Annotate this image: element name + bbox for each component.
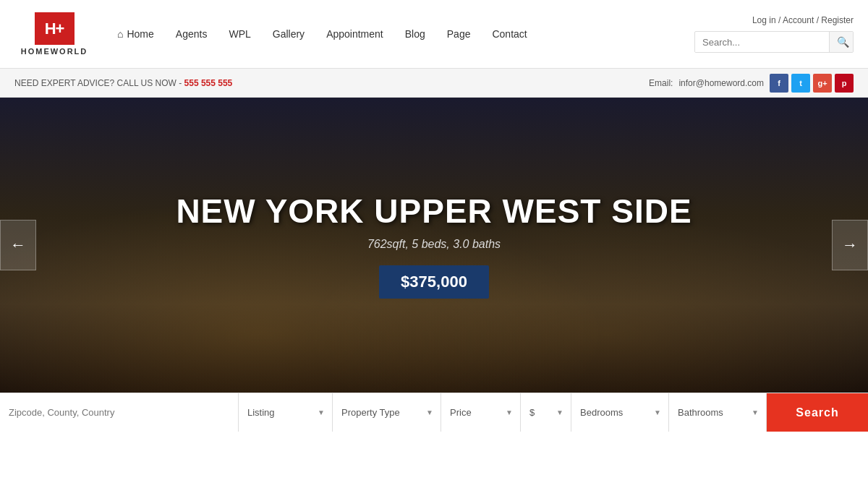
listing-field: Listing For Sale For Rent ▼ xyxy=(239,393,333,432)
hero-subtitle: 762sqft, 5 beds, 3.0 baths xyxy=(176,238,692,251)
home-icon: ⌂ xyxy=(117,28,123,40)
account-link[interactable]: Account xyxy=(783,15,814,25)
header-search-bar: 🔍 xyxy=(694,31,854,53)
logo[interactable]: H+ HOMEWORLD xyxy=(14,7,94,61)
bedrooms-field: Bedrooms 1 2 3 4 5+ ▼ xyxy=(571,393,669,432)
googleplus-icon[interactable]: g+ xyxy=(813,74,832,93)
arrow-right-icon: → xyxy=(842,236,858,254)
hero-content: NEW YORK UPPER WEST SIDE 762sqft, 5 beds… xyxy=(176,192,692,299)
hero-next-button[interactable]: → xyxy=(832,220,868,270)
nav-agents[interactable]: Agents xyxy=(167,22,216,46)
twitter-icon[interactable]: t xyxy=(791,74,810,93)
nav-home-label: Home xyxy=(127,28,153,40)
header-search-input[interactable] xyxy=(695,33,829,52)
price-field: Price Min Price Max Price ▼ xyxy=(441,393,521,432)
main-nav: ⌂ Home Agents WPL Gallery Appointment Bl… xyxy=(109,22,665,46)
arrow-left-icon: ← xyxy=(10,236,26,254)
nav-appointment-label: Appointment xyxy=(326,28,383,40)
location-field xyxy=(0,393,239,432)
register-link[interactable]: Register xyxy=(821,15,854,25)
hero-prev-button[interactable]: ← xyxy=(0,220,36,270)
info-bar: NEED EXPERT ADVICE? CALL US NOW - 555 55… xyxy=(0,69,868,98)
top-right-area: Log in / Account / Register 🔍 xyxy=(665,15,854,53)
pinterest-icon[interactable]: p xyxy=(835,74,854,93)
nav-page[interactable]: Page xyxy=(438,22,480,46)
nav-gallery-label: Gallery xyxy=(273,28,305,40)
top-navigation: H+ HOMEWORLD ⌂ Home Agents WPL Gallery A… xyxy=(0,0,868,69)
logo-icon: H+ xyxy=(35,12,75,45)
nav-appointment[interactable]: Appointment xyxy=(318,22,392,46)
phone-number[interactable]: 555 555 555 xyxy=(184,78,233,88)
nav-home[interactable]: ⌂ Home xyxy=(109,22,163,46)
bedrooms-chevron-icon: ▼ xyxy=(654,408,661,416)
nav-contact-label: Contact xyxy=(492,28,527,40)
hero-price[interactable]: $375,000 xyxy=(379,265,489,299)
bedrooms-select[interactable]: Bedrooms 1 2 3 4 5+ xyxy=(580,393,638,432)
header-search-button[interactable]: 🔍 xyxy=(829,32,854,52)
nav-blog[interactable]: Blog xyxy=(396,22,434,46)
nav-contact[interactable]: Contact xyxy=(483,22,535,46)
login-link[interactable]: Log in xyxy=(752,15,776,25)
property-type-chevron-icon: ▼ xyxy=(426,408,433,416)
currency-field: $ € £ ▼ xyxy=(521,393,571,432)
property-type-select[interactable]: Property Type House Apartment Condo Comm… xyxy=(341,393,414,432)
bathrooms-chevron-icon: ▼ xyxy=(752,408,759,416)
listing-select[interactable]: Listing For Sale For Rent xyxy=(247,393,299,432)
facebook-icon[interactable]: f xyxy=(770,74,788,93)
nav-wpl-label: WPL xyxy=(229,28,250,40)
currency-chevron-icon: ▼ xyxy=(556,408,563,416)
bathrooms-field: Bathrooms 1 2 3 4+ ▼ xyxy=(669,393,767,432)
location-input[interactable] xyxy=(9,393,229,432)
price-chevron-icon: ▼ xyxy=(506,408,513,416)
nav-gallery[interactable]: Gallery xyxy=(264,22,313,46)
currency-select[interactable]: $ € £ xyxy=(529,393,550,432)
nav-wpl[interactable]: WPL xyxy=(220,22,259,46)
search-button[interactable]: Search xyxy=(767,393,868,432)
property-type-field: Property Type House Apartment Condo Comm… xyxy=(333,393,441,432)
nav-agents-label: Agents xyxy=(176,28,208,40)
nav-blog-label: Blog xyxy=(405,28,425,40)
advice-text: NEED EXPERT ADVICE? CALL US NOW - xyxy=(14,78,182,88)
brand-name: HOMEWORLD xyxy=(21,47,88,56)
info-right: Email: infor@homeword.com f t g+ p xyxy=(649,74,854,93)
email-label: Email: xyxy=(649,78,673,88)
listing-chevron-icon: ▼ xyxy=(318,408,325,416)
price-select[interactable]: Price Min Price Max Price xyxy=(450,393,506,432)
auth-links: Log in / Account / Register xyxy=(752,15,854,25)
social-icons: f t g+ p xyxy=(770,74,854,93)
info-left: NEED EXPERT ADVICE? CALL US NOW - 555 55… xyxy=(14,78,232,88)
hero-title: NEW YORK UPPER WEST SIDE xyxy=(176,192,692,231)
bathrooms-select[interactable]: Bathrooms 1 2 3 4+ xyxy=(678,393,738,432)
property-search-bar: Listing For Sale For Rent ▼ Property Typ… xyxy=(0,393,868,432)
email-address[interactable]: infor@homeword.com xyxy=(678,78,764,88)
hero-section: ← NEW YORK UPPER WEST SIDE 762sqft, 5 be… xyxy=(0,98,868,393)
nav-page-label: Page xyxy=(447,28,471,40)
